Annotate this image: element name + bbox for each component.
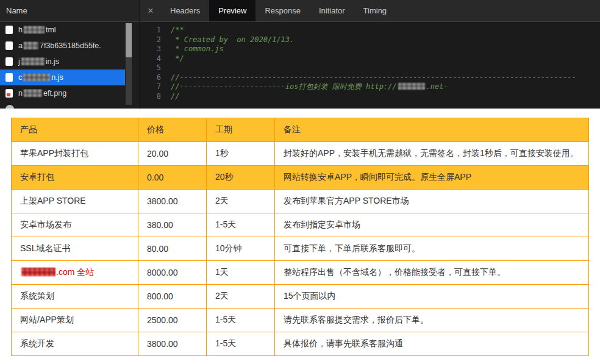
table-cell: 整站程序出售（不含域名），价格能接受者，可直接下单。 <box>275 261 589 285</box>
document-file-icon <box>5 57 13 66</box>
code-preview[interactable]: 1/**2 * Created by on 2020/1/13.3 * comm… <box>140 22 600 109</box>
file-row[interactable]: a7f3b635185d55fe. <box>0 38 125 54</box>
file-name: a7f3b635185d55fe. <box>18 41 101 50</box>
tab-initiator[interactable]: Initiator <box>310 0 354 21</box>
tab-preview[interactable]: Preview <box>209 0 255 21</box>
file-list: htmla7f3b635185d55fe.jin.jscn.jsneft.png <box>0 22 140 109</box>
detail-tab-bar: × HeadersPreviewResponseInitiatorTiming <box>140 0 600 22</box>
line-number: 4 <box>145 54 161 64</box>
table-cell: 发布到苹果官方APP STORE市场 <box>275 190 589 213</box>
table-row: 系统开发3800.001-5天具体报价，请事先联系客服沟通 <box>12 332 589 356</box>
table-cell: 具体报价，请事先联系客服沟通 <box>275 332 589 356</box>
table-row: .com 全站8000.001天整站程序出售（不含域名），价格能接受者，可直接下… <box>12 261 589 285</box>
table-header-cell: 备注 <box>275 118 589 142</box>
request-list-panel: Name htmla7f3b635185d55fe.jin.jscn.jsnef… <box>0 0 140 109</box>
request-detail-panel: × HeadersPreviewResponseInitiatorTiming … <box>140 0 600 109</box>
file-name: html <box>18 26 56 34</box>
code-line: 1/** <box>145 26 600 35</box>
table-cell: 380.00 <box>138 213 207 237</box>
table-header-row: 产品价格工期备注 <box>12 118 589 142</box>
name-column-header[interactable]: Name <box>0 0 140 22</box>
table-cell: 请先联系客服提交需求，报价后下单。 <box>275 309 589 332</box>
tab-strip: HeadersPreviewResponseInitiatorTiming <box>161 0 396 21</box>
table-cell: 网站转换安卓APP，瞬间即可完成。原生全屏APP <box>275 166 589 190</box>
redaction-blur <box>21 268 55 276</box>
table-row: SSL域名证书80.0010分钟可直接下单，下单后联系客服即可。 <box>12 237 589 261</box>
code-text: /** <box>171 26 184 35</box>
table-cell: 封装好的APP，安装手机无需越狱，无需签名，封装1秒后，可直接安装使用。 <box>275 142 589 166</box>
table-cell: 可直接下单，下单后联系客服即可。 <box>275 237 589 261</box>
table-header-cell: 产品 <box>12 118 138 142</box>
line-number: 2 <box>145 35 161 45</box>
table-cell: 上架APP STORE <box>12 190 138 213</box>
table-cell: 安卓打包 <box>12 166 138 190</box>
file-row[interactable] <box>0 101 125 109</box>
favicon-icon <box>5 105 14 109</box>
table-cell: 10分钟 <box>207 237 275 261</box>
code-text: * common.js <box>171 45 224 54</box>
close-icon[interactable]: × <box>140 0 161 21</box>
code-line: 5 <box>145 63 600 73</box>
code-line: 2 * Created by on 2020/1/13. <box>145 35 600 45</box>
tab-timing[interactable]: Timing <box>354 0 396 21</box>
code-text: //------------------------ios打包封装 限时免费 h… <box>171 82 448 92</box>
file-name: cn.js <box>18 73 63 82</box>
redaction-blur <box>23 73 50 81</box>
code-text: //--------------------------------------… <box>171 73 576 83</box>
line-number: 3 <box>145 45 161 54</box>
tab-response[interactable]: Response <box>255 0 310 21</box>
table-row: 苹果APP封装打包20.001秒封装好的APP，安装手机无需越狱，无需签名，封装… <box>12 142 589 166</box>
table-cell: 0.00 <box>138 166 207 190</box>
document-file-icon <box>5 73 13 82</box>
table-cell: 1-5天 <box>207 309 275 332</box>
redaction-blur <box>24 89 42 97</box>
table-cell: 安卓市场发布 <box>12 213 138 237</box>
table-cell: 3800.00 <box>138 190 207 213</box>
line-number: 8 <box>145 92 161 102</box>
redaction-blur <box>398 83 425 90</box>
line-number: 1 <box>145 26 161 35</box>
line-number: 5 <box>145 63 161 73</box>
table-cell: 系统策划 <box>12 285 138 309</box>
code-line: 6//-------------------------------------… <box>145 73 600 83</box>
file-list-scrollbar[interactable] <box>126 23 132 105</box>
table-cell: 2天 <box>207 285 275 309</box>
table-cell: 1天 <box>207 261 275 285</box>
table-cell: 系统开发 <box>12 332 138 356</box>
file-name: neft.png <box>18 89 66 98</box>
image-file-icon <box>5 89 13 98</box>
line-number: 7 <box>145 82 161 92</box>
table-cell: 800.00 <box>138 285 207 309</box>
document-file-icon <box>5 41 13 50</box>
table-cell: 2500.00 <box>138 309 207 332</box>
pricing-table-wrap: 产品价格工期备注 苹果APP封装打包20.001秒封装好的APP，安装手机无需越… <box>11 118 589 356</box>
table-cell: .com 全站 <box>12 261 138 285</box>
scrollbar-thumb[interactable] <box>126 23 132 57</box>
code-text: */ <box>171 54 184 64</box>
table-cell: 苹果APP封装打包 <box>12 142 138 166</box>
file-row[interactable]: neft.png <box>0 85 125 101</box>
file-name: jin.js <box>18 57 59 66</box>
table-cell: 1-5天 <box>207 213 275 237</box>
table-cell: 发布到指定安卓市场 <box>275 213 589 237</box>
table-cell: 1-5天 <box>207 332 275 356</box>
file-row[interactable]: html <box>0 22 125 38</box>
redaction-blur <box>24 26 45 34</box>
table-cell: 3800.00 <box>138 332 207 356</box>
code-line: 7//------------------------ios打包封装 限时免费 … <box>145 82 600 92</box>
tab-headers[interactable]: Headers <box>161 0 209 21</box>
table-header-cell: 工期 <box>207 118 275 142</box>
redaction-blur <box>24 41 38 49</box>
table-cell: 20.00 <box>138 142 207 166</box>
table-cell: 15个页面以内 <box>275 285 589 309</box>
file-row[interactable]: cn.js <box>0 70 125 85</box>
table-row: 安卓市场发布380.001-5天发布到指定安卓市场 <box>12 213 589 237</box>
table-row: 上架APP STORE3800.002天发布到苹果官方APP STORE市场 <box>12 190 589 213</box>
code-line: 8// <box>145 92 600 102</box>
table-cell: 网站/APP策划 <box>12 309 138 332</box>
code-text: // <box>171 92 179 102</box>
document-file-icon <box>5 26 13 34</box>
table-cell: SSL域名证书 <box>12 237 138 261</box>
file-row[interactable]: jin.js <box>0 54 125 70</box>
table-cell: 8000.00 <box>138 261 207 285</box>
